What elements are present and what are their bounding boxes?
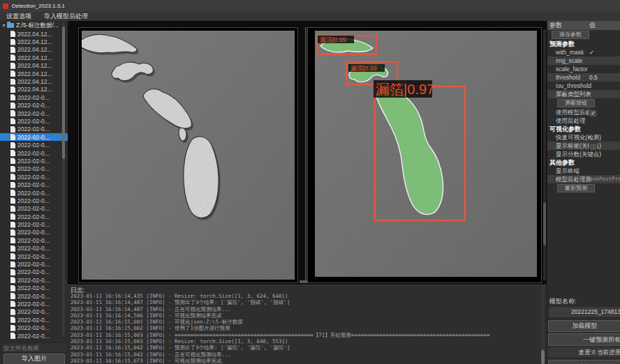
parameter-row[interactable]: iou_threshold [547,82,620,90]
file-tree: ▼ Z:/5-标注数据/... 2022.04.12... 2022.04.12… [0,21,68,340]
parameter-row[interactable]: 预测参数 [547,40,620,48]
tree-item[interactable]: 2022-02-0... [0,236,68,244]
tree-item[interactable]: 2022-02-0... [0,324,68,331]
tree-item[interactable]: 2022.04.12... [0,30,68,38]
menu-import-postprocess[interactable]: 导入模型后处理 [38,12,94,21]
tree-item[interactable]: 2022-02-0... [0,252,68,260]
tree-item[interactable]: 2022.04.12... [0,54,68,61]
log-line: 2023-01-11 16:16:15,042 |INFO| - 预测出了3个结… [71,344,537,351]
image-viewer-area: 漏箔|0.99 漏箔|0.89 漏箔|0.97 [68,21,547,285]
tree-item[interactable]: 2022-02-0... [0,102,68,109]
tree-item-label: 2022-02-0... [17,324,50,331]
parameter-row[interactable]: with_mask ✓ [547,48,620,56]
import-image-button[interactable]: 导入图片 [3,354,65,364]
parameter-row[interactable]: 显示终端 [547,167,620,175]
parameter-label: 重新预测 [557,184,595,192]
tree-item[interactable]: 2022-02-0... [0,189,68,197]
tree-item[interactable]: 2022-02-0... [0,260,68,268]
menu-settings[interactable]: 设置选项 [0,12,38,21]
tree-item[interactable]: 2022-02-0... [0,268,68,276]
parameter-row[interactable]: 使用后处理 [547,116,620,125]
tree-item[interactable]: 2022-02-0... [0,141,68,149]
parameter-row[interactable]: 屏蔽类型列表 [547,90,620,98]
file-icon [10,325,15,331]
tree-item[interactable]: 2022-02-0... [0,205,68,213]
parameter-row[interactable]: 屏蔽按钮 [547,98,620,108]
tree-item-label: 2022-02-0... [17,118,50,125]
tree-item-label: 2022-02-0... [17,110,50,117]
tree-item[interactable]: 2022-02-0... [0,213,68,220]
parameter-row[interactable]: threshold 0.5 [547,73,620,82]
tree-item[interactable]: 2022-02-0... [0,126,68,133]
search-input[interactable] [1,342,68,353]
tree-item[interactable]: 2022-02-0... [0,93,68,101]
tree-item[interactable]: 2022-02-0... [0,285,68,292]
parameter-row[interactable]: 显示分数(关键点) [547,150,620,158]
tree-item[interactable]: 2022-02-0... [0,165,68,173]
tree-item[interactable]: 2022.04.12... [0,77,68,85]
tree-item[interactable]: 2022-02-0... [0,197,68,204]
parameter-row[interactable]: 重新预测 [547,183,620,193]
viewer-scrollbar[interactable] [543,29,546,280]
parameter-row[interactable]: 其他参数 [547,158,620,167]
parameter-row[interactable]: img_scale [547,56,620,65]
tree-root[interactable]: ▼ Z:/5-标注数据/... [0,21,68,30]
tree-item[interactable]: 2022-02-0... [0,308,68,316]
parameter-row[interactable]: scale_factor [547,65,620,73]
parameter-row[interactable]: 显示标签(关键点) [547,142,620,150]
tree-item[interactable]: 2022-02-0... [0,332,68,340]
detection-label-1: 漏箔|0.99 [320,36,346,43]
parameter-row[interactable]: 模型后处理器 MaskPostPro [547,175,620,183]
tree-item[interactable]: 2022-02-0... [0,149,68,157]
tree-item[interactable]: 2022-02-0... [0,292,68,300]
tree-item[interactable]: 2022.04.12... [0,38,68,45]
menu-bar: 设置选项 导入模型后处理 [0,12,620,22]
postprocess-settings-button[interactable]: 后处理参数设置 [548,360,620,364]
speed-status: 速度:0 当前进度 [547,347,620,357]
tree-item[interactable]: 2022.04.12... [0,86,68,93]
tree-item-label: 2022.04.12... [17,46,52,53]
title-bar: Detection_2023.1.5.1 [0,0,620,12]
parameter-label: 保存参数 [552,31,589,39]
tree-item[interactable]: 2022-02-0... [0,133,68,141]
tree-item[interactable]: 2022-02-0... [0,245,68,252]
file-icon [10,39,15,45]
tree-scrollbar[interactable] [62,22,65,338]
tree-item[interactable]: 2022-02-0... [0,181,68,188]
parameter-value[interactable] [589,143,597,151]
tree-item[interactable]: 2022-02-0... [0,316,68,324]
parameter-row[interactable]: 保存参数 [547,30,620,40]
predict-all-button[interactable]: 一键预测所有 [548,333,620,346]
panel-splitter[interactable] [305,27,307,283]
file-sidebar: ▼ Z:/5-标注数据/... 2022.04.12... 2022.04.12… [0,21,68,364]
tree-item[interactable]: 2022-02-0... [0,220,68,228]
chevron-down-icon[interactable]: ▼ [1,23,6,28]
tree-item[interactable]: 2022-02-0... [0,157,68,165]
tree-item[interactable]: 2022-02-0... [0,229,68,236]
load-model-button[interactable]: 加载模型 [548,320,620,332]
parameter-label: 显示标签(关键点) [547,142,620,150]
parameter-row[interactable]: 快速可视化(检测) [547,133,620,142]
parameter-row[interactable]: 可视化参数 [547,125,620,133]
parameter-value[interactable]: ✓ [589,48,594,56]
file-icon [10,293,15,299]
log-line: 2023-01-11 16:16:15,003 |INFO| - =======… [71,332,537,338]
parameter-table-header: 参数 值 [547,21,620,30]
parameter-row[interactable]: 使用模型后处理 ✓ [547,108,620,116]
tree-item[interactable]: 2022.04.12... [0,62,68,70]
tree-item[interactable]: 2022-02-0... [0,109,68,117]
log-line: 2023-01-11 16:16:15,001 |INFO| - 可视化json… [71,319,537,325]
parameter-value[interactable]: 0.5 [589,73,598,82]
model-name-input[interactable]: 20221225_174813 [548,306,620,318]
log-scrollbar[interactable] [541,285,545,364]
tree-item[interactable]: 2022-02-0... [0,117,68,125]
tree-item[interactable]: 2022-02-0... [0,173,68,181]
file-icon [10,245,15,252]
tree-item[interactable]: 2022.04.12... [0,70,68,77]
log-line: 2023-01-11 16:16:15,073 |INFO| - 可视化预测结果… [71,358,537,364]
parameter-value[interactable]: MaskPostPro [586,175,620,183]
parameter-value[interactable]: ✓ [589,109,597,117]
tree-item[interactable]: 2022.04.12... [0,46,68,54]
tree-item[interactable]: 2022-02-0... [0,300,68,308]
tree-item[interactable]: 2022-02-0... [0,276,68,284]
